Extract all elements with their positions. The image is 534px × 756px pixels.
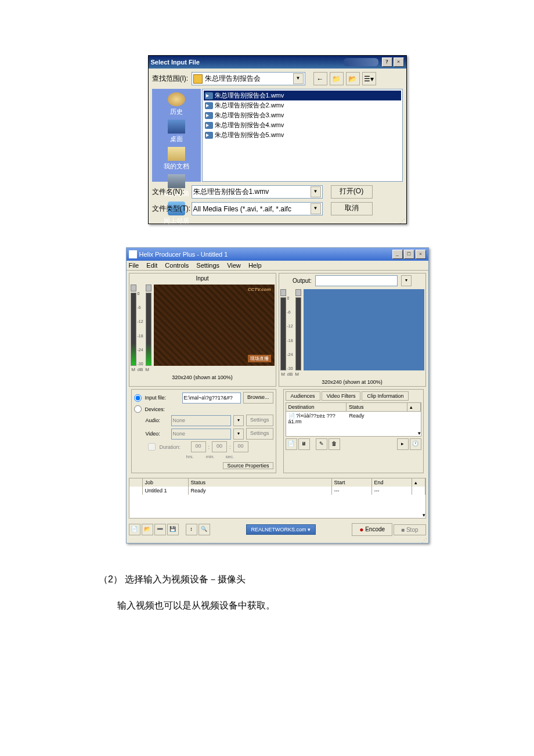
devices-label: Devices:	[145, 406, 180, 412]
document-text: （2） 选择输入为视频设备－摄像头 输入视频也可以是从视频设备中获取。	[99, 567, 438, 619]
new-folder-button[interactable]: 📂	[346, 72, 360, 85]
input-file-radio[interactable]	[134, 394, 142, 402]
close-button[interactable]: ×	[416, 250, 426, 259]
remove-job-button[interactable]: ➖	[154, 524, 166, 535]
title-bar: Select Input File ? ×	[149, 56, 406, 69]
file-item[interactable]: 朱总理告别报告会1.wmv	[204, 91, 401, 100]
bottom-toolbar: 📄 📂 ➖ 💾 ↕ 🔍 REALNETWORKS.com ▾ ● Encode …	[127, 521, 428, 538]
destination-list: DestinationStatus▴ 📄 ?ì×úàí??±e± ???á1.r…	[286, 402, 421, 437]
open-job-button[interactable]: 📂	[142, 524, 153, 535]
menu-help[interactable]: Help	[248, 262, 262, 269]
delete-dest-button[interactable]: 🗑	[329, 438, 340, 450]
input-header: Input	[129, 273, 276, 283]
scroll-up-icon[interactable]: ▴	[407, 403, 421, 411]
file-item[interactable]: 朱总理告别报告会2.wmv	[204, 100, 401, 110]
menu-edit[interactable]: Edit	[146, 262, 157, 269]
job-row[interactable]: Untitled 1 Ready --- ---	[129, 487, 425, 495]
filename-label: 文件名(N):	[152, 187, 192, 197]
select-input-file-dialog: Select Input File ? × 查找范围(I): 朱总理告别报告会 …	[148, 55, 407, 224]
dropdown-icon[interactable]: ▼	[311, 203, 321, 214]
help-button[interactable]: ?	[382, 57, 392, 67]
minimize-button[interactable]: _	[392, 250, 403, 259]
duration-secs: 00	[233, 441, 248, 452]
tab-video-filters[interactable]: Video Filters	[322, 391, 361, 401]
output-panel: Output:▾ 0-6-12-18-24-30 MdBM 320x240 (s…	[279, 273, 426, 387]
helix-producer-window: Helix Producer Plus - Untitled 1 _ □ × F…	[126, 247, 429, 543]
add-file-dest-button[interactable]: 📄	[286, 438, 297, 450]
destination-value[interactable]: 📄 ?ì×úàí??±e± ???á1.rm	[286, 412, 347, 430]
search-button[interactable]: 🔍	[199, 524, 210, 535]
scroll-down-icon[interactable]: ▾	[417, 512, 425, 518]
lookin-combo[interactable]: 朱总理告别报告会 ▼	[192, 72, 305, 85]
live-annotation: 现场直播	[248, 355, 271, 362]
col-end: End	[372, 478, 412, 487]
output-dimensions: 320x240 (shown at 100%)	[279, 378, 425, 386]
output-controls: Audiences Video Filters Clip Information…	[283, 389, 424, 473]
place-desktop[interactable]: 桌面	[152, 118, 201, 145]
dropdown-icon: ▾	[233, 429, 244, 440]
filetype-label: 文件类型(T):	[152, 204, 192, 214]
places-bar: 历史 桌面 我的文档 我的电脑 网上邻居	[152, 89, 201, 182]
file-item[interactable]: 朱总理告别报告会3.wmv	[204, 110, 401, 120]
cancel-button[interactable]: 取消	[331, 202, 373, 215]
back-button[interactable]: ←	[313, 72, 327, 85]
documents-icon	[168, 147, 185, 161]
menu-view[interactable]: View	[227, 262, 241, 269]
devices-radio[interactable]	[134, 405, 142, 413]
up-button[interactable]: 📁	[330, 72, 344, 85]
title-bar: Helix Producer Plus - Untitled 1 _ □ ×	[127, 248, 428, 261]
col-start: Start	[332, 478, 372, 487]
menu-settings[interactable]: Settings	[196, 262, 219, 269]
source-properties-button[interactable]: Source Properties	[223, 462, 273, 469]
scroll-down-icon[interactable]: ▾	[413, 430, 421, 436]
close-button[interactable]: ×	[394, 57, 404, 67]
input-file-label: Input file:	[145, 395, 180, 401]
dropdown-icon[interactable]: ▼	[311, 186, 321, 197]
video-file-icon	[205, 132, 213, 139]
status-value: Ready	[347, 412, 408, 430]
video-settings-button: Settings	[246, 428, 273, 440]
video-file-icon	[205, 122, 213, 129]
new-job-button[interactable]: 📄	[129, 524, 140, 535]
lookin-label: 查找范围(I):	[152, 74, 192, 84]
resize-grip[interactable]: ⋰	[127, 538, 428, 543]
history-icon	[168, 92, 185, 106]
file-item[interactable]: 朱总理告别报告会5.wmv	[204, 130, 401, 140]
views-button[interactable]: ☰▾	[362, 72, 376, 85]
encode-button[interactable]: ● Encode	[352, 523, 392, 536]
browse-button[interactable]: Browse...	[243, 392, 273, 404]
col-destination: Destination	[286, 403, 347, 411]
dropdown-icon[interactable]: ▼	[293, 73, 304, 84]
window-title: Helix Producer Plus - Untitled 1	[139, 251, 391, 258]
file-item[interactable]: 朱总理告别报告会4.wmv	[204, 120, 401, 130]
filetype-combo[interactable]: All Media Files (*.avi, *.aif, *.aifc▼	[192, 202, 323, 215]
move-up-button[interactable]: ↕	[186, 524, 197, 535]
desktop-icon	[168, 120, 185, 134]
col-job-status: Status	[189, 478, 332, 487]
file-list[interactable]: 朱总理告别报告会1.wmv 朱总理告别报告会2.wmv 朱总理告别报告会3.wm…	[202, 89, 403, 182]
dropdown-icon[interactable]: ▾	[401, 275, 412, 286]
input-file-field[interactable]: E:\mal~a\?g??1?&#?e\&#?g??\????\?1?	[182, 393, 241, 404]
input-controls: Input file: E:\mal~a\?g??1?&#?e\&#?g??\?…	[131, 389, 276, 473]
open-button[interactable]: 打开(O)	[331, 185, 373, 199]
maximize-button[interactable]: □	[404, 250, 414, 259]
realnetworks-link[interactable]: REALNETWORKS.com ▾	[246, 524, 316, 535]
place-mydocs[interactable]: 我的文档	[152, 146, 201, 172]
place-history[interactable]: 历史	[152, 91, 201, 117]
save-job-button[interactable]: 💾	[167, 524, 179, 535]
scroll-up-icon[interactable]: ▴	[412, 478, 425, 487]
input-dimensions: 320x240 (shown at 100%)	[129, 373, 276, 381]
clock-button[interactable]: 🕐	[410, 438, 421, 450]
edit-dest-button[interactable]: ✎	[316, 438, 327, 450]
info-button[interactable]: ▸	[397, 438, 409, 450]
menu-file[interactable]: File	[129, 262, 139, 269]
output-select[interactable]	[315, 275, 398, 286]
add-server-dest-button[interactable]: 🖥	[298, 438, 310, 450]
dialog-title: Select Input File	[151, 59, 344, 66]
stop-button: ■ Stop	[394, 524, 425, 535]
col-job: Job	[143, 478, 189, 487]
filename-combo[interactable]: 朱总理告别报告会1.wmv▼	[192, 185, 323, 199]
tab-clip-info[interactable]: Clip Information	[362, 391, 409, 401]
menu-controls[interactable]: Controls	[165, 262, 189, 269]
tab-audiences[interactable]: Audiences	[286, 391, 320, 401]
